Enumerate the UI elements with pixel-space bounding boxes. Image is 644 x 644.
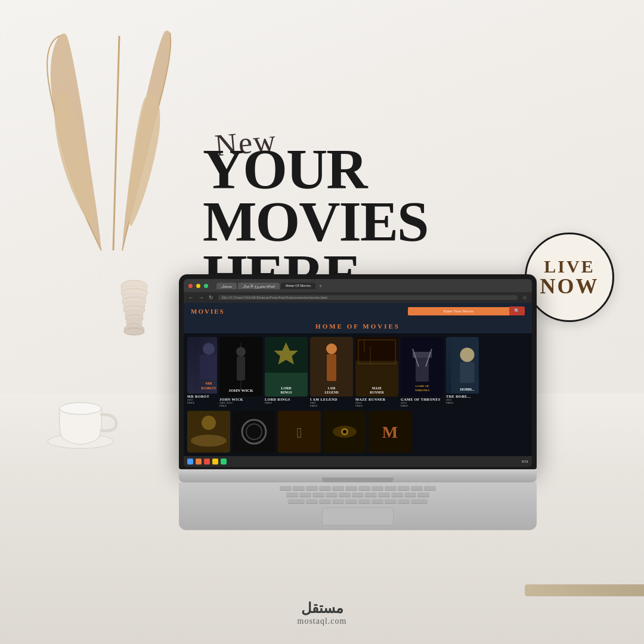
svg-text:RINGS: RINGS — [280, 391, 292, 394]
svg-point-57 — [191, 435, 227, 447]
key — [411, 486, 423, 491]
search-submit-button[interactable]: 🔍 — [509, 306, 525, 315]
movie-site-logo: MOVIES — [191, 308, 225, 315]
key — [378, 493, 390, 497]
movie-card-lotr[interactable]: LORD RINGS LORD RINGS FREE — [265, 337, 308, 408]
movie-price-robot: FREE — [187, 401, 217, 404]
movie-card-iamlegend[interactable]: I AM LEGEND I AM LEGEND 2007 FREE — [310, 337, 353, 408]
live-now-badge: LIVE NOW — [525, 233, 614, 322]
taskbar-time: 9:51 — [522, 460, 528, 463]
key — [371, 486, 383, 491]
headline-line1: YOUR MOVIES — [203, 143, 489, 249]
laptop-screen: مستقل إضافة مشروع الأعمال Home Of Movies… — [179, 274, 537, 469]
laptop-trackpad[interactable] — [322, 507, 394, 525]
movie-card-m[interactable]: M — [369, 411, 411, 453]
movie-site-title: HOME OF MOVIES — [184, 319, 532, 333]
movie-card-mazerunner[interactable]: MAZE RUNNER MAZE RUNNER 2014 FREE — [355, 337, 398, 408]
key — [352, 493, 364, 497]
now-text: NOW — [540, 275, 599, 297]
refresh-icon[interactable]: ↻ — [209, 295, 213, 301]
movie-card-got[interactable]: GAME OF THRONES GAME OF THRONES 2012 FRE… — [401, 337, 444, 408]
close-dot — [188, 284, 193, 288]
key — [411, 499, 428, 504]
svg-text:LEGEND: LEGEND — [324, 391, 338, 394]
taskbar-icon-1[interactable] — [187, 459, 193, 465]
brand-url-text: mostaql.com — [298, 617, 347, 626]
browser-tab-2[interactable]: إضافة مشروع الأعمال — [238, 283, 280, 289]
movie-search-input[interactable]: Enter Your Movie — [408, 307, 509, 315]
url-bar[interactable]: file:///C:/Users/YASAR/Desktop/Front-End… — [218, 295, 518, 300]
decorative-vase — [101, 259, 167, 379]
key — [299, 493, 311, 497]
key — [398, 499, 410, 504]
svg-rect-59 — [233, 411, 275, 453]
brand-arabic-text: مستقل — [298, 600, 347, 617]
key — [286, 493, 298, 497]
svg-point-15 — [60, 402, 101, 414]
key — [306, 499, 318, 504]
svg-text:RUNNER: RUNNER — [370, 391, 385, 394]
key — [319, 499, 331, 504]
movie-price-johnwick: FREE — [219, 404, 262, 407]
key — [312, 493, 324, 497]
svg-rect-54 — [460, 362, 475, 383]
coffee-cup — [42, 376, 119, 453]
bookmark-icon[interactable]: ☆ — [522, 295, 527, 301]
svg-text:ROBOT: ROBOT — [201, 386, 216, 391]
movie-nav-bar: MOVIES Enter Your Movie 🔍 — [184, 303, 532, 319]
movie-card-hobbit[interactable]: HOBBI... THE HOBE... 2011 FREE — [446, 337, 479, 408]
key — [345, 499, 357, 504]
key — [293, 486, 305, 491]
movie-card-ring[interactable] — [233, 411, 275, 453]
movie-price-mazerunner: FREE — [355, 404, 398, 407]
key — [358, 499, 370, 504]
key — [306, 486, 318, 491]
key — [345, 486, 357, 491]
svg-point-13 — [124, 328, 144, 335]
svg-text:𓂀: 𓂀 — [297, 425, 302, 441]
movie-card-mummy[interactable]: 𓂀 — [278, 411, 321, 453]
taskbar-icon-3[interactable] — [204, 459, 210, 465]
key — [332, 499, 344, 504]
key — [326, 493, 338, 497]
browser-chrome: مستقل إضافة مشروع الأعمال Home Of Movies… — [184, 279, 532, 292]
browser-tab-1[interactable]: مستقل — [216, 283, 237, 289]
svg-text:LORD: LORD — [281, 386, 292, 390]
branding-section: مستقل mostaql.com — [298, 600, 347, 626]
browser-tab-3[interactable]: Home Of Movies — [281, 283, 315, 289]
keyboard-row-1 — [191, 486, 525, 491]
laptop-base — [179, 469, 537, 482]
svg-text:GAME OF: GAME OF — [415, 385, 429, 388]
key — [319, 486, 331, 491]
key — [417, 493, 429, 497]
svg-text:MAZE: MAZE — [372, 386, 382, 390]
taskbar-icon-2[interactable] — [196, 459, 202, 465]
keyboard-row-2 — [191, 493, 525, 497]
screen-content: مستقل إضافة مشروع الأعمال Home Of Movies… — [184, 279, 532, 467]
movie-price-iamlegend: FREE — [310, 404, 353, 407]
key — [358, 486, 370, 491]
taskbar-icon-4[interactable] — [212, 459, 218, 465]
movie-card-robot[interactable]: MR ROBOT MR ROBOT 2015 FREE — [187, 337, 217, 408]
maximize-dot — [204, 284, 208, 288]
key — [339, 493, 351, 497]
key — [371, 499, 383, 504]
svg-text:M: M — [382, 423, 398, 441]
svg-rect-17 — [200, 355, 217, 379]
movie-name-got: GAME OF THRONES — [401, 398, 444, 401]
svg-text:I AM: I AM — [328, 386, 336, 390]
taskbar-icon-5[interactable] — [221, 459, 227, 465]
movies-row-2: 𓂀 — [184, 411, 532, 456]
new-tab-icon[interactable]: + — [319, 283, 323, 289]
taskbar: 9:51 — [184, 456, 532, 467]
svg-point-67 — [343, 430, 346, 434]
svg-point-24 — [236, 347, 246, 357]
movie-card-dune[interactable] — [187, 411, 230, 453]
forward-icon[interactable]: → — [199, 295, 204, 301]
movie-card-eyes[interactable] — [323, 411, 366, 453]
movie-card-johnwick[interactable]: JOHN WICK JOHN WICK 2001-2013 FREE — [219, 337, 262, 408]
back-icon[interactable]: ← — [188, 295, 194, 301]
key — [288, 499, 305, 504]
svg-text:THRONES: THRONES — [415, 389, 430, 392]
desk-edge-accent — [525, 584, 644, 596]
